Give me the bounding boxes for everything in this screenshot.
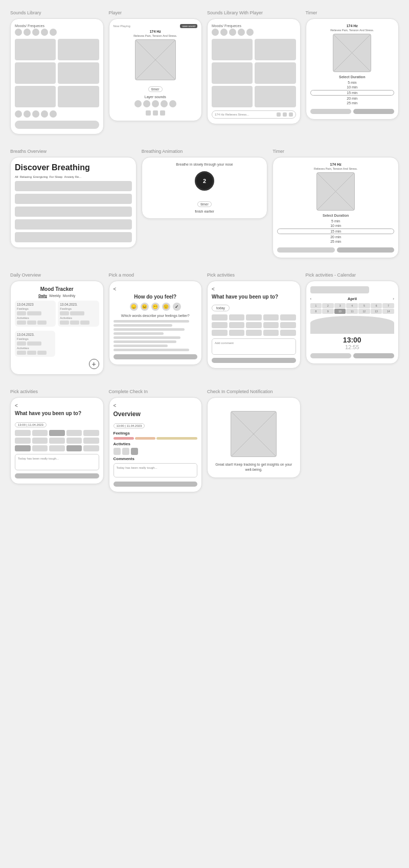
sound2-item-1[interactable]	[212, 39, 253, 60]
cal-d11[interactable]: 11	[346, 309, 358, 314]
layer-c4[interactable]	[161, 100, 168, 107]
mood-c10[interactable]	[50, 110, 57, 118]
layer-c2[interactable]	[143, 100, 150, 107]
breath-item-3[interactable]	[15, 207, 132, 217]
breath-item-4[interactable]	[15, 219, 132, 230]
timer2-cancel-btn[interactable]	[277, 247, 334, 253]
cal-d14[interactable]: 14	[382, 309, 394, 314]
act2-11[interactable]	[15, 445, 31, 451]
dur-15min[interactable]: 15 min	[310, 90, 395, 96]
mood-c7[interactable]	[24, 110, 31, 118]
mood-c2[interactable]	[24, 29, 31, 36]
sound2-item-6[interactable]	[255, 86, 296, 107]
checkin-confirm-btn[interactable]	[113, 482, 198, 487]
act2-14[interactable]	[66, 445, 82, 451]
act-12[interactable]	[229, 330, 245, 336]
cal-d8[interactable]: 8	[310, 309, 322, 314]
act2-10[interactable]	[83, 438, 99, 444]
cal-d13[interactable]: 13	[371, 309, 382, 314]
act-7[interactable]	[229, 322, 245, 328]
comment-box[interactable]: Add comment	[212, 338, 296, 355]
cal-d6[interactable]: 6	[371, 303, 382, 308]
cal-d2[interactable]: 2	[322, 303, 334, 308]
filter-relaxing[interactable]: Relaxing	[20, 175, 32, 178]
mood-3c4[interactable]	[238, 29, 245, 36]
emoji-1[interactable]: 😞	[130, 303, 138, 311]
act2-4[interactable]	[66, 430, 82, 436]
back-arrow-act[interactable]: <	[212, 286, 296, 292]
dur-25min[interactable]: 25 min	[310, 101, 395, 105]
dur-10min[interactable]: 10 min	[310, 85, 395, 89]
cal-d3[interactable]: 3	[334, 303, 346, 308]
timer-btn[interactable]: timer	[148, 86, 163, 92]
timer2-confirm-btn[interactable]	[337, 247, 394, 253]
act-1[interactable]	[212, 314, 228, 321]
breath-item-2[interactable]	[15, 194, 132, 204]
act2-1[interactable]	[15, 430, 31, 436]
cal-d10[interactable]: 10	[334, 309, 346, 314]
emoji-4[interactable]: 🙂	[162, 303, 170, 311]
act-2[interactable]	[229, 314, 245, 321]
timer-cancel-btn[interactable]	[310, 109, 351, 114]
anim-timer-btn[interactable]: timer	[197, 201, 212, 207]
mood-next-btn[interactable]	[113, 354, 198, 359]
cal-d4[interactable]: 4	[346, 303, 358, 308]
act-14[interactable]	[263, 330, 279, 336]
filter-all[interactable]: All	[15, 175, 18, 178]
act-5[interactable]	[280, 314, 296, 321]
mood-3c3[interactable]	[229, 29, 236, 36]
mood-c8[interactable]	[32, 110, 39, 118]
cal-cancel-btn[interactable]	[310, 353, 351, 358]
mood-c3[interactable]	[32, 29, 39, 36]
act2-next-btn[interactable]	[15, 473, 99, 478]
act2-13[interactable]	[49, 445, 65, 451]
emoji-5[interactable]: ✓	[173, 303, 181, 311]
mood-3c5[interactable]	[246, 29, 254, 36]
layer-c3[interactable]	[152, 100, 159, 107]
mood-c4[interactable]	[41, 29, 48, 36]
act-10[interactable]	[280, 322, 296, 328]
dur2-20min[interactable]: 20 min	[277, 235, 394, 239]
tab-daily[interactable]: Daily	[38, 294, 47, 298]
layer-c5[interactable]	[169, 100, 176, 107]
cal-d1[interactable]: 1	[310, 303, 322, 308]
dur-20min[interactable]: 20 min	[310, 97, 395, 100]
cal-d9[interactable]: 9	[322, 309, 334, 314]
dur2-10min[interactable]: 10 min	[277, 224, 394, 227]
act2-3[interactable]	[49, 430, 65, 436]
act-13[interactable]	[246, 330, 262, 336]
act2-8[interactable]	[49, 438, 65, 444]
rewind-btn[interactable]	[146, 110, 151, 116]
act2-15[interactable]	[83, 445, 99, 451]
back-arrow-mood[interactable]: <	[113, 286, 198, 292]
cal-d7[interactable]: 7	[382, 303, 394, 308]
act2-2[interactable]	[32, 430, 48, 436]
tab-monthly[interactable]: Monthly	[63, 294, 76, 298]
mood-3c1[interactable]	[212, 29, 219, 36]
act2-12[interactable]	[32, 445, 48, 451]
sound2-item-2[interactable]	[255, 39, 296, 60]
dur2-5min[interactable]: 5 min	[277, 219, 394, 223]
bar-play-btn[interactable]	[277, 112, 281, 117]
mood-c6[interactable]	[15, 110, 22, 118]
next-month-btn[interactable]: ›	[393, 296, 394, 301]
back-arrow-checkin[interactable]: <	[113, 403, 198, 408]
filter-energizing[interactable]: Energizing	[33, 175, 48, 178]
ff-btn[interactable]	[160, 110, 165, 116]
breath-item-1[interactable]	[15, 181, 132, 191]
emoji-2[interactable]: 😐	[141, 303, 149, 311]
dur2-25min[interactable]: 25 min	[277, 240, 394, 243]
act2-7[interactable]	[32, 438, 48, 444]
breath-item-5[interactable]	[15, 232, 132, 242]
bar-pause-btn[interactable]	[289, 112, 293, 117]
mood-3c2[interactable]	[220, 29, 228, 36]
dur-5min[interactable]: 5 min	[310, 81, 395, 84]
save-sound-btn[interactable]: save sound	[180, 24, 197, 28]
prev-month-btn[interactable]: ‹	[310, 296, 312, 301]
filter-sleep[interactable]: For Sleep	[49, 175, 62, 178]
act-next-btn[interactable]	[212, 358, 296, 363]
act-15[interactable]	[280, 330, 296, 336]
act2-9[interactable]	[66, 438, 82, 444]
act-8[interactable]	[246, 322, 262, 328]
mood-c1[interactable]	[15, 29, 22, 36]
